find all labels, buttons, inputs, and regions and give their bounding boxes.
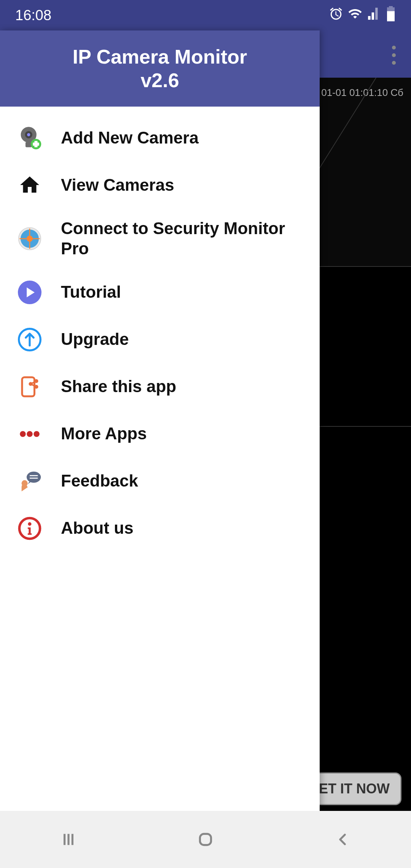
- battery-icon: [386, 6, 396, 25]
- play-icon: [16, 279, 43, 306]
- menu-item-upgrade[interactable]: Upgrade: [0, 316, 320, 363]
- svg-rect-32: [200, 834, 211, 845]
- svg-point-21: [27, 431, 33, 437]
- upgrade-icon: [16, 326, 43, 353]
- status-bar: 16:08: [0, 0, 411, 30]
- alarm-icon: [329, 6, 343, 24]
- menu-label: More Apps: [61, 424, 147, 444]
- home-button[interactable]: [190, 824, 221, 855]
- navigation-drawer: IP Camera Monitor v2.6 Add New Camera: [0, 30, 320, 811]
- home-icon: [16, 171, 43, 199]
- camera-add-icon: [16, 124, 43, 152]
- drawer-title: IP Camera Monitor v2.6: [73, 45, 247, 93]
- more-dots-icon: [16, 420, 43, 448]
- info-icon: [16, 515, 43, 542]
- menu-item-more-apps[interactable]: More Apps: [0, 410, 320, 458]
- camera-timestamp: 01-01 01:01:10 Сб: [321, 87, 403, 99]
- menu-item-view-cameras[interactable]: View Cameras: [0, 161, 320, 209]
- svg-point-22: [33, 431, 40, 437]
- back-button[interactable]: [327, 824, 358, 855]
- menu-label: Tutorial: [61, 282, 121, 302]
- status-icons: [329, 6, 396, 25]
- signal-icon: [367, 6, 381, 24]
- menu-label: Feedback: [61, 471, 138, 491]
- status-time: 16:08: [15, 7, 51, 24]
- menu-label: Upgrade: [61, 329, 129, 349]
- menu-item-add-camera[interactable]: Add New Camera: [0, 114, 320, 161]
- share-icon: [16, 373, 43, 400]
- menu-label: View Cameras: [61, 175, 174, 195]
- navigation-bar: [0, 811, 411, 868]
- svg-point-23: [22, 480, 28, 486]
- overflow-menu-button[interactable]: [392, 46, 396, 65]
- wifi-icon: [348, 6, 362, 24]
- svg-point-24: [27, 471, 41, 482]
- drawer-menu: Add New Camera View Cameras Connect to S…: [0, 107, 320, 811]
- menu-item-connect-security[interactable]: Connect to Security Monitor Pro: [0, 209, 320, 269]
- menu-item-tutorial[interactable]: Tutorial: [0, 269, 320, 316]
- recents-button[interactable]: [53, 824, 84, 855]
- menu-label: Connect to Security Monitor Pro: [61, 219, 304, 259]
- drawer-header: IP Camera Monitor v2.6: [0, 30, 320, 107]
- menu-item-feedback[interactable]: Feedback: [0, 458, 320, 505]
- svg-rect-6: [33, 142, 39, 145]
- svg-point-2: [27, 133, 30, 136]
- menu-item-about[interactable]: About us: [0, 505, 320, 552]
- svg-point-28: [28, 522, 31, 525]
- menu-item-share[interactable]: Share this app: [0, 363, 320, 410]
- svg-rect-14: [22, 377, 35, 396]
- target-icon: [16, 225, 43, 252]
- menu-label: About us: [61, 518, 134, 538]
- menu-label: Add New Camera: [61, 128, 199, 148]
- feedback-icon: [16, 468, 43, 495]
- menu-label: Share this app: [61, 377, 176, 397]
- svg-point-20: [20, 431, 25, 437]
